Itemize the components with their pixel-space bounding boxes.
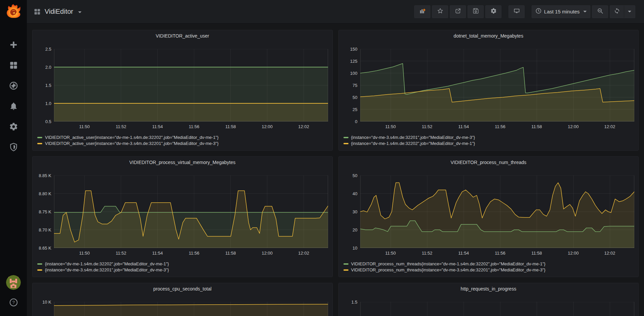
refresh-interval-dropdown[interactable] (624, 6, 635, 18)
legend: VIDIEDITOR_process_num_threads{instance=… (343, 261, 546, 272)
x-axis-tick: 11:52 (112, 124, 130, 129)
y-axis-tick: 100 (339, 71, 358, 76)
panel-process-cpu-seconds: process_cpu_seconds_total10 K11:5011:521… (32, 283, 333, 316)
panel-title[interactable]: http_requests_in_progress (339, 286, 639, 292)
dashboard-squares-icon (34, 8, 41, 15)
x-axis-tick: 12:00 (258, 251, 276, 256)
add-panel-button[interactable] (414, 5, 430, 18)
sidebar-item-help[interactable]: ? (8, 297, 19, 309)
dashboard-title-button[interactable]: VidiEditor (27, 8, 82, 15)
y-axis-tick: 1.5 (339, 300, 358, 305)
sidebar-item-profile[interactable] (6, 275, 21, 290)
time-range-label: Last 15 minutes (544, 9, 580, 14)
x-axis-tick: 12:02 (600, 124, 619, 129)
x-axis-tick: 11:58 (527, 124, 546, 129)
graph-plot-area[interactable] (54, 49, 328, 121)
panel-title[interactable]: VIDIEDITOR_active_user (33, 33, 332, 39)
graph-plot-area[interactable] (54, 175, 328, 248)
dashboard-settings-button[interactable] (485, 5, 501, 18)
sidebar-item-create[interactable] (8, 40, 19, 51)
legend-series-label: {instance="dv-me-3.s4m.de:32201",job="Me… (351, 135, 475, 140)
graph-plot-area[interactable] (54, 302, 328, 316)
legend-series-swatch (343, 269, 348, 271)
graph-plot-area[interactable] (360, 49, 634, 121)
legend-item[interactable]: VIDIEDITOR_active_user{instance="dv-me-1… (37, 135, 219, 140)
y-axis-tick: 75 (339, 83, 358, 88)
y-axis-tick: 8.65 K (33, 246, 51, 251)
refresh-button-group (610, 5, 635, 18)
y-axis-tick: 40 (339, 191, 358, 196)
legend-series-label: VIDIEDITOR_active_user{instance="dv-me-3… (45, 141, 219, 146)
y-axis-tick: 125 (339, 59, 358, 64)
x-axis-tick: 11:56 (491, 251, 509, 256)
caret-down-icon (628, 11, 631, 12)
legend-item[interactable]: {instance="dv-me-3.s4m.de:32201",job="Me… (343, 135, 475, 140)
panel-title[interactable]: process_cpu_seconds_total (33, 286, 332, 292)
sidebar-item-server-admin[interactable] (8, 142, 19, 153)
legend: VIDIEDITOR_active_user{instance="dv-me-1… (37, 135, 219, 146)
y-axis-tick: 1.0 (33, 101, 51, 106)
x-axis-tick: 11:54 (148, 124, 167, 129)
legend-item[interactable]: {instance="dv-me-1.s4m.de:32202",job="Me… (343, 141, 475, 146)
x-axis-tick: 11:52 (418, 251, 436, 256)
legend-series-swatch (37, 137, 42, 138)
graph-plot-area[interactable] (360, 175, 634, 248)
x-axis-tick: 11:58 (221, 124, 240, 129)
sidebar-item-configuration[interactable] (8, 121, 19, 133)
save-dashboard-button[interactable] (468, 5, 484, 18)
y-axis-tick: 2.5 (33, 47, 51, 52)
x-axis-tick: 11:54 (454, 251, 473, 256)
x-axis-tick: 12:00 (564, 124, 583, 129)
grafana-logo[interactable] (0, 0, 27, 23)
y-axis-tick: 20 (339, 227, 358, 232)
cycle-view-mode-button[interactable] (508, 5, 525, 18)
grafana-logo-icon (6, 3, 21, 20)
refresh-button[interactable] (610, 6, 624, 18)
y-axis-tick: 1.5 (33, 83, 51, 88)
explore-compass-icon (9, 81, 18, 92)
x-axis-tick: 12:00 (564, 251, 583, 256)
alerting-bell-icon (9, 102, 18, 112)
x-axis-tick: 11:56 (185, 124, 204, 129)
sidebar-item-alerting[interactable] (8, 101, 19, 112)
panel-http-requests-in-progress: http_requests_in_progress1.511:5011:5211… (338, 283, 639, 316)
monitor-icon (514, 8, 520, 15)
graph-plot-area[interactable] (360, 302, 634, 316)
legend-item[interactable]: VIDIEDITOR_active_user{instance="dv-me-3… (37, 141, 219, 146)
panel-title[interactable]: VIDIEDITOR_process_virtual_memory_Megaby… (33, 160, 332, 165)
y-axis-tick: 10 (339, 246, 358, 251)
y-axis-tick: 8.80 K (33, 191, 51, 196)
panel-title[interactable]: dotnet_total_memory_Megabytes (339, 33, 639, 39)
legend: {instance="dv-me-1.s4m.de:32202",job="Me… (37, 261, 169, 272)
save-icon (473, 8, 479, 15)
sidebar-item-explore[interactable] (8, 81, 19, 92)
svg-text:?: ? (12, 300, 15, 305)
zoom-out-button[interactable] (592, 5, 608, 18)
x-axis-tick: 11:56 (491, 124, 509, 129)
legend-item[interactable]: VIDIEDITOR_process_num_threads{instance=… (343, 261, 546, 266)
plus-icon (9, 40, 18, 51)
legend-series-swatch (37, 143, 42, 144)
x-axis-tick: 11:52 (418, 124, 436, 129)
x-axis-tick: 11:58 (221, 251, 240, 256)
mark-favorite-button[interactable] (432, 5, 448, 18)
dashboard-title: VidiEditor (45, 8, 73, 15)
panel-active-user: VIDIEDITOR_active_user2.52.01.51.00.511:… (32, 30, 333, 151)
legend-item[interactable]: VIDIEDITOR_process_num_threads{instance=… (343, 267, 546, 272)
caret-down-icon (78, 11, 82, 13)
y-axis-tick: 50 (339, 173, 358, 178)
x-axis-tick: 11:50 (381, 124, 400, 129)
legend-item[interactable]: {instance="dv-me-1.s4m.de:32202",job="Me… (37, 261, 169, 266)
y-axis-tick: 2.0 (33, 65, 51, 70)
time-range-picker[interactable]: Last 15 minutes (532, 5, 590, 18)
share-dashboard-button[interactable] (450, 5, 466, 18)
panel-title[interactable]: VIDIEDITOR_process_num_threads (339, 160, 639, 165)
zoom-out-icon (597, 8, 603, 15)
x-axis-tick: 11:52 (112, 251, 130, 256)
legend-item[interactable]: {instance="dv-me-3.s4m.de:32201",job="Me… (37, 267, 169, 272)
sidebar-item-dashboards[interactable] (8, 60, 19, 71)
legend-series-label: VIDIEDITOR_process_num_threads{instance=… (351, 261, 546, 266)
legend-series-label: {instance="dv-me-3.s4m.de:32201",job="Me… (45, 267, 169, 272)
panel-dotnet-total-memory: dotnet_total_memory_Megabytes15012510075… (338, 30, 639, 151)
refresh-icon (614, 8, 620, 15)
